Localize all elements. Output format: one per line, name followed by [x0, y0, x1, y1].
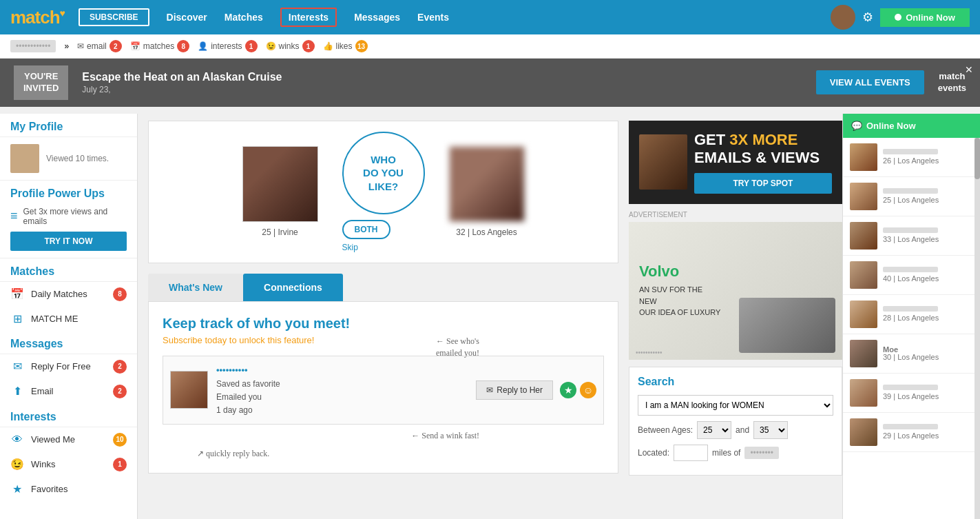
user-thumb-1 [850, 143, 877, 171]
user-name-4 [883, 267, 938, 272]
promo-text: GET 3X MORE EMAILS & VIEWS TRY TOP SPOT [694, 131, 832, 194]
favorites-label: Favorites [31, 484, 67, 494]
miles-input[interactable]: 0 [674, 445, 708, 461]
left-sidebar: My Profile Viewed 10 times. Profile Powe… [0, 114, 138, 519]
email-label: Email [31, 386, 54, 396]
email-badge: 2 [110, 40, 122, 52]
matches-title: Matches [0, 258, 137, 282]
nav-matches[interactable]: Matches [225, 12, 263, 23]
sidebar-item-email[interactable]: ⬆ Email 2 [0, 379, 137, 404]
notif-interests[interactable]: 👤 interests 1 [198, 40, 257, 52]
user-info-3: 33 | Los Angeles [883, 227, 939, 243]
notif-matches[interactable]: 📅 matches 8 [130, 40, 189, 52]
nav-interests[interactable]: Interests [280, 8, 337, 27]
user-info-6: Moe 30 | Los Angeles [883, 345, 939, 361]
user-thumb-8 [850, 418, 877, 446]
connections-panel: Keep track of who you meet! Subscribe to… [148, 301, 618, 474]
my-profile-section[interactable]: Viewed 10 times. [0, 137, 137, 181]
user-row-7[interactable]: 39 | Los Angeles [843, 374, 974, 413]
sidebar-item-reply-free[interactable]: ✉ Reply For Free 2 [0, 354, 137, 379]
who-text2: DO YOU [363, 166, 404, 180]
user-row-6[interactable]: Moe 30 | Los Angeles [843, 334, 974, 374]
top-spot-button[interactable]: TRY TOP SPOT [694, 173, 832, 194]
online-now-header-label: Online Now [866, 121, 916, 131]
reply-free-badge: 2 [113, 360, 127, 374]
top-navigation: match♥ SUBSCRIBE Discover Matches Intere… [0, 0, 980, 34]
interests-section: Interests 👁 Viewed Me 10 😉 Winks 1 ★ Fav… [0, 404, 137, 501]
eye-icon: 👁 [10, 434, 24, 446]
sidebar-item-winks[interactable]: 😉 Winks 1 [0, 452, 137, 477]
promo-title: GET 3X MORE EMAILS & VIEWS [694, 131, 832, 167]
daily-matches-label: Daily Matches [31, 289, 87, 299]
ad-text: AN SUV FOR THE NEWOUR IDEA OF LUXURY [639, 284, 722, 318]
tab-connections[interactable]: Connections [243, 274, 343, 301]
user-row-1[interactable]: 26 | Los Angeles [843, 138, 974, 177]
notif-likes[interactable]: 👍 likes 13 [323, 40, 368, 52]
emailed-text: Emailed you [216, 391, 280, 404]
subscribe-button[interactable]: SUBSCRIBE [79, 8, 149, 26]
star-action-icon[interactable]: ★ [560, 382, 576, 398]
view-events-button[interactable]: VIEW ALL EVENTS [816, 70, 924, 94]
time-ago: 1 day ago [216, 404, 280, 417]
event-banner: YOU'RE INVITED Escape the Heat on an Ala… [0, 59, 980, 107]
online-now-indicator[interactable]: Online Now [880, 8, 970, 27]
app-logo[interactable]: match♥ [10, 7, 65, 28]
left-match-card: 25 | Irvine [232, 146, 329, 237]
try-it-now-button[interactable]: TRY IT NOW [10, 232, 127, 251]
sidebar-item-viewed-me[interactable]: 👁 Viewed Me 10 [0, 427, 137, 452]
nav-right-area: ⚙ [831, 5, 873, 30]
profile-thumbnail [10, 144, 39, 173]
who-do-you-like-section: 25 | Irvine WHO DO YOU LIKE? BOTH Skip 3… [148, 121, 618, 263]
promo-box: GET 3X MORE EMAILS & VIEWS TRY TOP SPOT [629, 121, 842, 204]
notif-winks[interactable]: 😉 winks 1 [266, 40, 315, 52]
reply-to-her-button[interactable]: ✉ Reply to Her [476, 380, 553, 400]
settings-icon[interactable]: ⚙ [862, 10, 873, 25]
sidebar-item-favorites[interactable]: ★ Favorites [0, 477, 137, 501]
search-looking-for-select[interactable]: I am a MAN looking for WOMEN [638, 395, 833, 416]
car-image [739, 298, 835, 353]
nav-arrow: » [64, 41, 69, 51]
nav-events[interactable]: Events [417, 12, 449, 23]
user-row-2[interactable]: 25 | Los Angeles [843, 177, 974, 216]
skip-link[interactable]: Skip [342, 243, 425, 252]
user-avatar[interactable] [831, 5, 855, 30]
user-location-8: 29 | Los Angeles [883, 431, 939, 440]
right-match-photo [449, 146, 525, 222]
match-me-icon: ⊞ [10, 312, 24, 325]
user-thumb-7 [850, 379, 877, 407]
age-from-select[interactable]: 25 [697, 421, 731, 439]
user-row-3[interactable]: 33 | Los Angeles [843, 216, 974, 256]
nav-messages[interactable]: Messages [354, 12, 400, 23]
center-content: 25 | Irvine WHO DO YOU LIKE? BOTH Skip 3… [138, 114, 629, 519]
age-to-select[interactable]: 35 [753, 421, 788, 439]
user-location-4: 40 | Los Angeles [883, 274, 939, 283]
interests-title: Interests [0, 404, 137, 427]
messages-section: Messages ✉ Reply For Free 2 ⬆ Email 2 [0, 331, 137, 404]
sidebar-item-match-me[interactable]: ⊞ MATCH ME [0, 307, 137, 331]
matches-badge: 8 [177, 40, 189, 52]
notif-email[interactable]: ✉ email 2 [77, 40, 122, 52]
user-row-5[interactable]: 28 | Los Angeles [843, 295, 974, 334]
user-info-2: 25 | Los Angeles [883, 188, 939, 204]
search-title: Search [638, 376, 833, 388]
both-button[interactable]: BOTH [342, 220, 390, 239]
banner-close-button[interactable]: ✕ [965, 64, 973, 75]
viewed-me-badge: 10 [113, 433, 127, 447]
star-icon: ★ [10, 482, 24, 496]
located-label: Located: [638, 448, 669, 458]
user-info-5: 28 | Los Angeles [883, 306, 939, 322]
annotation-reply: ↗ quickly reply back. [163, 449, 604, 459]
connections-title: Keep track of who you meet! [163, 316, 604, 332]
user-thumb-6 [850, 340, 877, 367]
online-now-label: Online Now [906, 12, 955, 23]
nav-discover[interactable]: Discover [167, 12, 207, 23]
reply-actions: ✉ Reply to Her ★ ☺ [476, 380, 596, 400]
thumbs-icon: 👍 [323, 41, 333, 51]
scrollbar[interactable] [974, 138, 980, 519]
smile-action-icon[interactable]: ☺ [580, 382, 596, 398]
user-row-4[interactable]: 40 | Los Angeles [843, 256, 974, 295]
online-users-list: 26 | Los Angeles 25 | Los Angeles 33 | L… [843, 138, 974, 519]
user-row-8[interactable]: 29 | Los Angeles [843, 413, 974, 452]
sidebar-item-daily-matches[interactable]: 📅 Daily Matches 8 [0, 282, 137, 307]
tab-whats-new[interactable]: What's New [148, 274, 243, 301]
